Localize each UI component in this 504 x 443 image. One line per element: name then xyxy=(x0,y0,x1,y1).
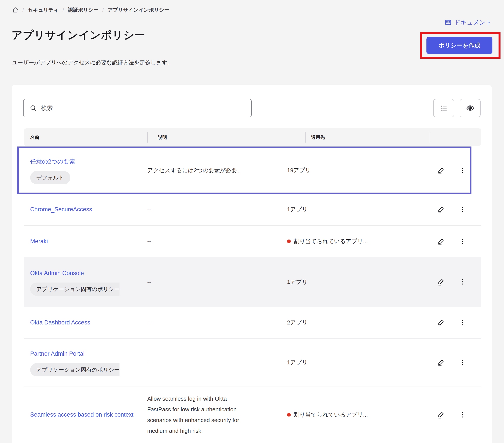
create-policy-button[interactable]: ポリシーを作成 xyxy=(426,37,492,54)
table-header: 名前 説明 適用先 xyxy=(24,128,481,146)
edit-icon xyxy=(437,237,446,246)
table-row: Okta Dashbord Access -- 2アプリ xyxy=(24,307,481,339)
edit-button[interactable] xyxy=(437,166,446,175)
kebab-menu-icon xyxy=(459,319,467,326)
edit-button[interactable] xyxy=(437,277,446,286)
applied-apps: 割り当てられているアプリ... xyxy=(294,411,368,419)
row-menu-button[interactable] xyxy=(459,206,467,213)
kebab-menu-icon xyxy=(459,411,467,419)
breadcrumb-item-current: アプリサインインポリシー xyxy=(108,7,169,13)
kebab-menu-icon xyxy=(459,359,467,366)
documentation-link-label: ドキュメント xyxy=(454,18,492,27)
breadcrumb-item-security[interactable]: セキュリティ xyxy=(28,7,58,13)
edit-button[interactable] xyxy=(437,318,446,327)
home-icon[interactable] xyxy=(12,7,18,13)
kebab-menu-icon xyxy=(459,278,467,286)
documentation-link[interactable]: ドキュメント xyxy=(445,18,492,27)
breadcrumb-item-auth-policies[interactable]: 認証ポリシー xyxy=(68,7,99,13)
policy-link[interactable]: Meraki xyxy=(30,236,48,246)
table-row: Partner Admin Portal アプリケーション固有のポリシー -- … xyxy=(24,339,481,386)
app-specific-policy-badge: アプリケーション固有のポリシー xyxy=(30,363,120,376)
row-menu-button[interactable] xyxy=(459,411,467,419)
table-row: Meraki -- 割り当てられているアプリ... xyxy=(24,226,481,257)
list-view-button[interactable] xyxy=(433,99,454,117)
edit-button[interactable] xyxy=(437,410,446,419)
policy-description: -- xyxy=(147,236,247,247)
default-badge: デフォルト xyxy=(30,171,70,184)
policy-link[interactable]: Partner Admin Portal xyxy=(30,349,85,359)
edit-icon xyxy=(437,277,446,286)
book-icon xyxy=(445,19,451,26)
status-dot xyxy=(287,413,291,417)
policy-link[interactable]: Chrome_SecureAccess xyxy=(30,204,92,215)
edit-icon xyxy=(437,318,446,327)
edit-button[interactable] xyxy=(437,237,446,246)
policy-description: -- xyxy=(147,317,247,328)
policy-description: Allow seamless log in with Okta FastPass… xyxy=(147,393,247,436)
list-view-icon xyxy=(440,104,448,112)
policy-description: -- xyxy=(147,277,247,287)
search-input[interactable] xyxy=(23,99,252,117)
page-subtitle: ユーザーがアプリへのアクセスに必要な認証方法を定義します。 xyxy=(12,59,173,66)
policy-link[interactable]: Seamless access based on risk context xyxy=(30,409,133,420)
applied-apps: 2アプリ xyxy=(287,319,307,326)
table-row: Chrome_SecureAccess -- 1アプリ xyxy=(24,194,481,226)
eye-icon xyxy=(466,104,474,112)
table-row: 任意の2つの要素 デフォルト アクセスするには2つの要素が必要。 19アプリ xyxy=(24,147,481,194)
policy-description: -- xyxy=(147,357,247,368)
edit-button[interactable] xyxy=(437,358,446,367)
policy-link[interactable]: Okta Dashbord Access xyxy=(30,317,90,328)
visibility-button[interactable] xyxy=(460,99,481,117)
breadcrumb-separator: / xyxy=(103,7,104,13)
column-header-actions xyxy=(430,132,481,143)
policies-table: 名前 説明 適用先 任意の2つの要素 デフォルト アクセスするには2つの要素が必… xyxy=(24,128,481,443)
table-body: 任意の2つの要素 デフォルト アクセスするには2つの要素が必要。 19アプリ xyxy=(24,147,481,443)
table-row: Okta Admin Console アプリケーション固有のポリシー -- 1ア… xyxy=(24,257,481,307)
app-specific-policy-badge: アプリケーション固有のポリシー xyxy=(30,283,120,296)
policy-description: -- xyxy=(147,204,247,215)
edit-icon xyxy=(437,410,446,419)
edit-button[interactable] xyxy=(437,205,446,214)
breadcrumb: / セキュリティ / 認証ポリシー / アプリサインインポリシー xyxy=(12,7,169,13)
kebab-menu-icon xyxy=(459,167,467,174)
row-menu-button[interactable] xyxy=(459,359,467,366)
column-header-name: 名前 xyxy=(24,132,147,143)
page-title: アプリサインインポリシー xyxy=(12,28,145,42)
applied-apps: 割り当てられているアプリ... xyxy=(294,238,368,245)
search-icon xyxy=(30,104,37,112)
applied-apps: 19アプリ xyxy=(287,167,311,174)
breadcrumb-separator: / xyxy=(63,7,64,13)
policy-description: アクセスするには2つの要素が必要。 xyxy=(147,165,287,176)
row-menu-button[interactable] xyxy=(459,278,467,286)
row-menu-button[interactable] xyxy=(459,319,467,326)
kebab-menu-icon xyxy=(459,238,467,245)
table-row: Seamless access based on risk context Al… xyxy=(24,386,481,443)
search-input-wrap xyxy=(23,99,252,117)
edit-icon xyxy=(437,358,446,367)
edit-icon xyxy=(437,166,446,175)
applied-apps: 1アプリ xyxy=(287,206,307,213)
policy-link[interactable]: Okta Admin Console xyxy=(30,268,84,278)
row-menu-button[interactable] xyxy=(459,238,467,245)
edit-icon xyxy=(437,205,446,214)
status-dot xyxy=(287,239,291,243)
applied-apps: 1アプリ xyxy=(287,278,307,286)
applied-apps: 1アプリ xyxy=(287,359,307,366)
row-menu-button[interactable] xyxy=(459,167,467,174)
kebab-menu-icon xyxy=(459,206,467,213)
column-header-applied: 適用先 xyxy=(306,132,430,143)
column-header-description: 説明 xyxy=(147,132,306,143)
policy-link[interactable]: 任意の2つの要素 xyxy=(30,156,75,167)
app-sign-on-policy-page: / セキュリティ / 認証ポリシー / アプリサインインポリシー ドキュメント … xyxy=(0,0,504,443)
policies-card: 名前 説明 適用先 任意の2つの要素 デフォルト アクセスするには2つの要素が必… xyxy=(12,85,492,443)
breadcrumb-separator: / xyxy=(22,7,24,13)
